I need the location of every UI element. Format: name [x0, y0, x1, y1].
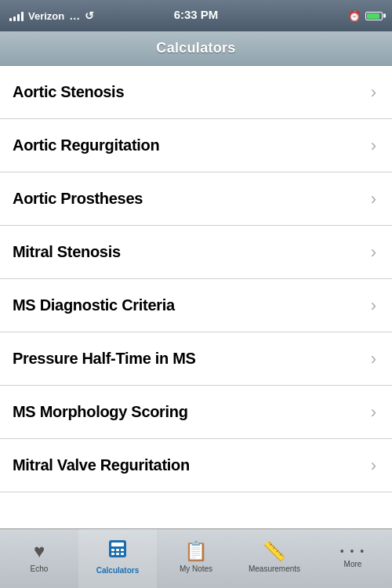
list-item-label: Aortic Stenosis	[13, 83, 124, 101]
chevron-right-icon: ›	[371, 402, 376, 423]
svg-rect-7	[121, 553, 124, 555]
list-item-label: Mitral Stenosis	[13, 243, 121, 261]
more-icon: • • •	[340, 545, 365, 557]
svg-rect-6	[116, 553, 119, 555]
battery-icon	[365, 12, 383, 20]
svg-rect-4	[121, 549, 124, 551]
chevron-right-icon: ›	[371, 456, 376, 476]
status-left: Verizon … ↺	[9, 9, 94, 22]
tab-more-label: More	[344, 560, 362, 568]
tab-my-notes[interactable]: 📋 My Notes	[157, 529, 235, 588]
list-item[interactable]: Mitral Stenosis ›	[0, 226, 392, 279]
svg-rect-2	[111, 549, 114, 551]
tab-bar: ♥ Echo Calculators 📋 My Notes 📏 Measurem…	[0, 528, 392, 588]
list-item[interactable]: Aortic Prostheses ›	[0, 172, 392, 226]
tab-more[interactable]: • • • More	[314, 529, 392, 588]
status-bar: Verizon … ↺ 6:33 PM ⏰	[0, 0, 392, 31]
chevron-right-icon: ›	[371, 189, 376, 209]
tab-calculators[interactable]: Calculators	[78, 529, 157, 588]
list-item[interactable]: Aortic Stenosis ›	[0, 66, 392, 119]
list-item-label: Pressure Half-Time in MS	[13, 350, 196, 368]
list-item-label: Aortic Prostheses	[13, 190, 143, 208]
chevron-right-icon: ›	[371, 349, 376, 369]
time-label: 6:33 PM	[174, 8, 219, 21]
chevron-right-icon: ›	[371, 242, 376, 263]
status-right: ⏰	[348, 10, 383, 22]
my-notes-icon: 📋	[184, 540, 208, 562]
carrier-label: Verizon	[28, 10, 64, 22]
echo-icon: ♥	[34, 540, 45, 562]
svg-rect-1	[111, 543, 124, 546]
calculators-icon	[107, 539, 128, 564]
svg-rect-3	[116, 549, 119, 551]
list-item-label: MS Morphology Scoring	[13, 403, 188, 421]
chevron-right-icon: ›	[371, 296, 376, 316]
wifi-icon: …	[69, 9, 80, 22]
refresh-icon: ↺	[85, 9, 94, 22]
list-item[interactable]: Aortic Regurgitation ›	[0, 119, 392, 172]
tab-echo[interactable]: ♥ Echo	[0, 529, 78, 588]
alarm-icon: ⏰	[348, 10, 361, 22]
list-item[interactable]: MS Diagnostic Criteria ›	[0, 279, 392, 332]
tab-calculators-label: Calculators	[96, 566, 139, 575]
list-item[interactable]: MS Morphology Scoring ›	[0, 386, 392, 439]
tab-measurements-label: Measurements	[249, 564, 300, 573]
list-container: Aortic Stenosis › Aortic Regurgitation ›…	[0, 66, 392, 492]
tab-my-notes-label: My Notes	[180, 564, 212, 573]
chevron-right-icon: ›	[371, 82, 376, 103]
list-item[interactable]: Pressure Half-Time in MS ›	[0, 332, 392, 386]
svg-rect-5	[111, 553, 114, 555]
list-item[interactable]: Mitral Valve Reguritation ›	[0, 439, 392, 492]
measurements-icon: 📏	[263, 540, 286, 562]
tab-measurements[interactable]: 📏 Measurements	[235, 529, 314, 588]
nav-bar: Calculators	[0, 31, 392, 66]
tab-echo-label: Echo	[31, 564, 49, 573]
list-item-label: Aortic Regurgitation	[13, 136, 159, 154]
signal-bars-icon	[9, 10, 24, 21]
page-title: Calculators	[156, 40, 235, 56]
list-item-label: Mitral Valve Reguritation	[13, 456, 190, 474]
chevron-right-icon: ›	[371, 136, 376, 156]
list-item-label: MS Diagnostic Criteria	[13, 296, 175, 314]
